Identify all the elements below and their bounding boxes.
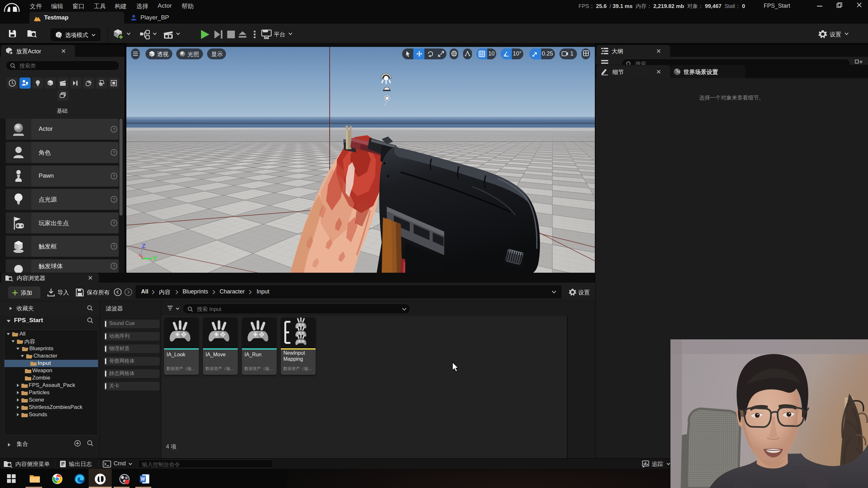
svg-text:?: ? (113, 221, 115, 226)
svg-text:?: ? (113, 127, 115, 132)
svg-text:?: ? (113, 150, 115, 155)
svg-text:Y: Y (153, 255, 157, 262)
svg-text:?: ? (113, 197, 115, 202)
svg-text:?: ? (113, 264, 115, 268)
svg-text:x: x (138, 252, 141, 257)
svg-text:Z: Z (142, 242, 146, 250)
svg-text:?: ? (113, 244, 115, 249)
svg-text:?: ? (113, 174, 115, 178)
